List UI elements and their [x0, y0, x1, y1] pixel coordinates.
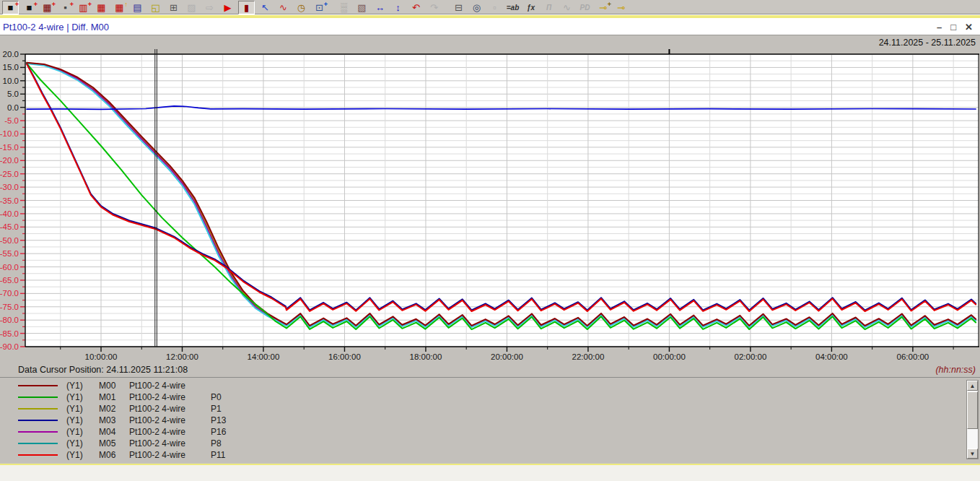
- y-tick-label: 10.0: [3, 77, 19, 85]
- y-tick-label: -45.0: [0, 222, 19, 231]
- trend-chart-2-icon[interactable]: ■+: [22, 1, 37, 14]
- legend-tag: P11: [211, 450, 225, 460]
- stop-icon[interactable]: ▮: [238, 1, 255, 14]
- note-icon[interactable]: ◱: [148, 1, 163, 14]
- legend-cname: Pt100-2 4-wire: [129, 450, 211, 460]
- close-button[interactable]: ✕: [965, 22, 973, 32]
- legend-chan: M00: [99, 381, 129, 391]
- x-tick-label: 20:00:00: [491, 352, 523, 361]
- redo-zoom-icon: ↷: [426, 1, 442, 14]
- legend-chan: M02: [99, 404, 129, 414]
- legend-color-swatch: [18, 454, 58, 456]
- y-tick-label: -90.0: [0, 342, 19, 351]
- scrollbar-thumb[interactable]: [967, 391, 978, 429]
- scale-x-icon[interactable]: ↔: [372, 1, 388, 14]
- maximize-button[interactable]: □: [950, 22, 956, 32]
- x-tick-label: 10:00:00: [85, 352, 118, 361]
- legend-chan: M04: [99, 427, 129, 437]
- x-tick-label: 04:00:00: [815, 352, 848, 361]
- tile-windows-icon[interactable]: ⊞: [166, 1, 181, 14]
- print-icon[interactable]: ⊟: [451, 1, 466, 14]
- scroll-down-button[interactable]: ▼: [967, 448, 978, 459]
- y-tick-label: -55.0: [0, 249, 19, 258]
- time-range-icon[interactable]: ◷: [294, 1, 309, 14]
- legend-chan: M03: [99, 415, 129, 425]
- new-window-icon[interactable]: ⊡+: [312, 1, 327, 14]
- legend-row-M05[interactable]: (Y1)M05Pt100-2 4-wireP8: [0, 438, 980, 449]
- trend-grid-icon[interactable]: ▦+: [40, 1, 55, 14]
- signal-icon: ∿: [559, 1, 574, 14]
- y-tick-label: -80.0: [0, 316, 19, 324]
- y-tick-label: -20.0: [0, 156, 19, 165]
- x-tick-label: 14:00:00: [248, 352, 280, 361]
- legend-row-M00[interactable]: (Y1)M00Pt100-2 4-wire: [0, 380, 980, 391]
- legend-chan: M01: [99, 392, 129, 402]
- table-icon[interactable]: ▦: [94, 1, 109, 14]
- y-tick-label: -65.0: [0, 276, 19, 285]
- forward-icon: ⇨: [202, 1, 217, 14]
- legend-panel: ▲ ▼ (Y1)M00Pt100-2 4-wire(Y1)M01Pt100-2 …: [0, 377, 980, 463]
- legend-cname: Pt100-2 4-wire: [129, 438, 211, 448]
- start-icon[interactable]: ▶: [220, 1, 235, 14]
- legend-row-M03[interactable]: (Y1)M03Pt100-2 4-wireP13: [0, 415, 980, 426]
- legend-axis: (Y1): [66, 404, 99, 414]
- legend-cname: Pt100-2 4-wire: [129, 427, 211, 437]
- grid-dots-icon[interactable]: ░: [336, 1, 351, 14]
- legend-color-swatch: [18, 385, 58, 386]
- undo-zoom-icon[interactable]: ↶: [408, 1, 424, 14]
- y-tick-label: -85.0: [0, 329, 19, 338]
- y-tick-label: 20.0: [3, 50, 19, 58]
- legend-row-M01[interactable]: (Y1)M01Pt100-2 4-wireP0: [0, 391, 980, 403]
- x-tick-label: 12:00:00: [166, 352, 198, 361]
- scroll-up-button[interactable]: ▲: [967, 381, 978, 391]
- x-tick-label: 02:00:00: [735, 352, 767, 361]
- print-preview-icon[interactable]: ◎: [469, 1, 484, 14]
- legend-color-swatch: [18, 420, 58, 421]
- legend-cname: Pt100-2 4-wire: [129, 415, 211, 425]
- legend-tag: P16: [211, 427, 226, 437]
- legend-axis: (Y1): [66, 381, 99, 391]
- x-tick-label: 00:00:00: [653, 352, 686, 361]
- legend-axis: (Y1): [66, 415, 99, 425]
- app-window: ■+■+▦+▪+▥+▦▦↑▤◱⊞▨⇨▶▮↖∿◷⊡+░▧↔↕↶↷⊟◎▫=abƒxΠ…: [0, 0, 980, 481]
- legend-axis: (Y1): [66, 427, 99, 437]
- curve-edit-icon[interactable]: ∿: [276, 1, 291, 14]
- legend-color-swatch: [18, 408, 58, 410]
- password-icon[interactable]: ⊸+: [595, 1, 611, 14]
- new-trend-chart-icon[interactable]: ■+: [2, 1, 19, 14]
- legend-chan: M06: [99, 450, 129, 460]
- legend-cname: Pt100-2 4-wire: [129, 404, 211, 414]
- legend-chan: M05: [99, 438, 129, 448]
- legend-row-M02[interactable]: (Y1)M02Pt100-2 4-wireP1: [0, 403, 980, 415]
- minimize-button[interactable]: –: [937, 22, 942, 32]
- legend-tag: P0: [211, 392, 222, 402]
- chart-panel: 24.11.2025 - 25.11.2025 20.015.010.05.00…: [0, 35, 980, 463]
- mini-trend-icon[interactable]: ▪+: [58, 1, 73, 14]
- status-bar: [0, 465, 980, 481]
- limit-icon: Π: [541, 1, 556, 14]
- legend-row-M04[interactable]: (Y1)M04Pt100-2 4-wireP16: [0, 426, 980, 438]
- pd-icon: PD: [577, 1, 592, 14]
- legend-row-M06[interactable]: (Y1)M06Pt100-2 4-wireP11: [0, 449, 980, 461]
- overlay-pages-icon[interactable]: ▧: [354, 1, 369, 14]
- scale-y-icon[interactable]: ↕: [390, 1, 406, 14]
- toolbar-separator: [0, 14, 980, 20]
- legend-color-swatch: [18, 443, 58, 444]
- legend-color-swatch: [18, 396, 58, 398]
- y-tick-label: -70.0: [0, 289, 19, 298]
- y-tick-label: -30.0: [0, 183, 19, 191]
- legend-axis: (Y1): [66, 450, 99, 460]
- x-tick-label: 18:00:00: [410, 352, 442, 361]
- legend-scrollbar[interactable]: ▲ ▼: [966, 380, 979, 459]
- table-export-icon[interactable]: ▦↑: [112, 1, 127, 14]
- key-icon[interactable]: ⊸: [613, 1, 629, 14]
- y-tick-label: -15.0: [0, 143, 19, 152]
- trend-chart: 20.015.010.05.00.0-5.0-10.0-15.0-20.0-25…: [0, 35, 980, 377]
- curve-cursor-icon[interactable]: ↖: [258, 1, 273, 14]
- bar-chart-icon[interactable]: ▥+: [76, 1, 91, 14]
- y-tick-label: 15.0: [3, 63, 19, 72]
- function-icon[interactable]: ƒx: [523, 1, 538, 14]
- copy-icon[interactable]: ▤: [130, 1, 145, 14]
- label-icon[interactable]: =ab: [505, 1, 520, 14]
- legend-tag: P13: [211, 415, 226, 425]
